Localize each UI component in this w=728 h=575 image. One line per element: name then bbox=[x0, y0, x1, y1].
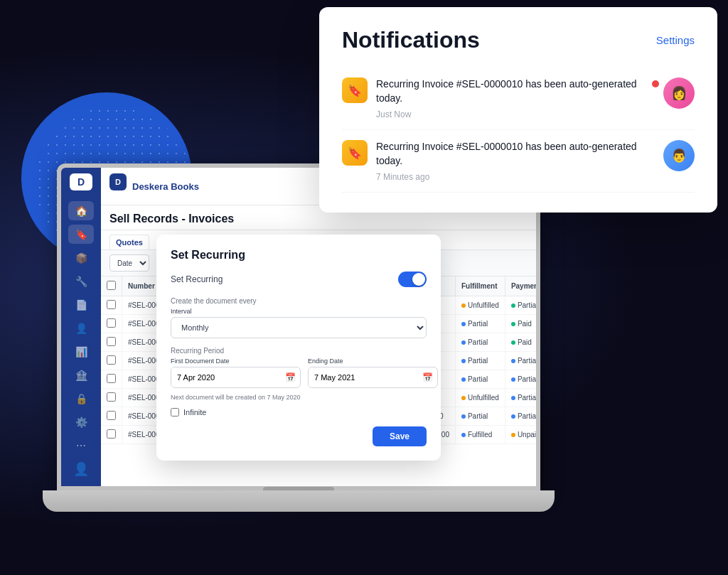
sidebar-item-docs[interactable]: 📄 bbox=[68, 295, 94, 314]
cell-payment: Partial bbox=[505, 407, 536, 426]
notification-icon-1: 🔖 bbox=[342, 77, 368, 103]
laptop-base bbox=[43, 490, 555, 512]
row-checkbox[interactable] bbox=[107, 429, 116, 439]
sidebar-item-reports[interactable]: 📊 bbox=[68, 342, 94, 361]
sidebar-item-bookmark[interactable]: 🔖 bbox=[68, 225, 94, 244]
row-checkbox[interactable] bbox=[107, 337, 116, 346]
notification-item-2: 🔖 Recurring Invoice #SEL-0000010 has bee… bbox=[342, 130, 695, 193]
sidebar-logo: D bbox=[70, 173, 92, 190]
cell-payment: Paid bbox=[505, 333, 536, 352]
notification-time-2: 7 Minutes ago bbox=[376, 172, 655, 182]
notification-item-1: 🔖 Recurring Invoice #SEL-0000010 has bee… bbox=[342, 68, 695, 130]
settings-link[interactable]: Settings bbox=[656, 34, 695, 46]
row-checkbox[interactable] bbox=[107, 411, 116, 420]
notifications-header: Notifications Settings bbox=[342, 27, 695, 53]
cell-payment: Unpaid bbox=[505, 426, 536, 444]
sidebar-item-security[interactable]: 🔒 bbox=[68, 389, 94, 408]
sidebar-item-bank[interactable]: 🏦 bbox=[68, 365, 94, 385]
next-doc-text: Next document will be created on 7 May 2… bbox=[171, 394, 427, 401]
cell-fulfillment: Partial bbox=[455, 352, 505, 370]
row-checkbox[interactable] bbox=[107, 374, 116, 383]
first-doc-label: First Document Date bbox=[171, 358, 301, 365]
col-fulfillment: Fulfillment bbox=[455, 276, 505, 296]
cell-fulfillment: Partial bbox=[455, 333, 505, 352]
infinite-label: Infinite bbox=[183, 408, 206, 417]
create-every-section: Create the document every Interval Month… bbox=[171, 297, 427, 338]
sidebar-item-settings[interactable]: ⚙️ bbox=[68, 412, 94, 431]
sidebar-item-inventory[interactable]: 📦 bbox=[68, 248, 94, 267]
ending-date-input-container: 📅 bbox=[308, 367, 438, 388]
infinite-checkbox[interactable] bbox=[171, 408, 179, 417]
cell-fulfillment: Fulfilled bbox=[455, 426, 505, 444]
cell-fulfillment: Partial bbox=[455, 315, 505, 333]
interval-select[interactable]: Monthly Weekly Daily bbox=[171, 317, 427, 338]
date-filter[interactable]: Date bbox=[109, 254, 149, 272]
modal-set-recurring-row: Set Recurring bbox=[171, 272, 427, 287]
row-checkbox[interactable] bbox=[107, 318, 116, 328]
ending-date-label: Ending Date bbox=[308, 358, 438, 365]
sidebar-item-home[interactable]: 🏠 bbox=[68, 201, 94, 220]
interval-label: Interval bbox=[171, 308, 427, 315]
cell-payment: Paid bbox=[505, 315, 536, 333]
cell-fulfillment: Partial bbox=[455, 407, 505, 426]
notification-text-2: Recurring Invoice #SEL-0000010 has been … bbox=[376, 140, 655, 168]
notifications-title: Notifications bbox=[342, 27, 480, 53]
notification-dot-1 bbox=[652, 80, 659, 87]
cell-fulfillment: Unfulfilled bbox=[455, 389, 505, 407]
period-label: Recurring Period bbox=[171, 347, 427, 355]
cell-payment: Partial bbox=[505, 296, 536, 315]
toggle-knob bbox=[412, 273, 425, 286]
recurring-toggle[interactable] bbox=[398, 272, 427, 287]
page-title: Sell Records - Invoices bbox=[109, 213, 528, 225]
set-recurring-label: Set Recurring bbox=[171, 274, 223, 284]
sidebar-item-users[interactable]: 👤 bbox=[68, 318, 94, 338]
save-button[interactable]: Save bbox=[373, 426, 427, 446]
first-doc-input[interactable] bbox=[171, 367, 281, 387]
recurring-modal: Set Recurring Set Recurring Create the d… bbox=[156, 235, 441, 461]
tab-quotes[interactable]: Quotes bbox=[109, 235, 149, 249]
select-all-checkbox[interactable] bbox=[107, 281, 116, 290]
cell-payment: Partial bbox=[505, 370, 536, 389]
recurring-period-section: Recurring Period First Document Date 📅 E… bbox=[171, 347, 427, 417]
first-doc-calendar-icon[interactable]: 📅 bbox=[281, 372, 300, 382]
ending-date-calendar-icon[interactable]: 📅 bbox=[418, 372, 437, 382]
sidebar-item-grid[interactable]: ⋯ bbox=[68, 436, 94, 455]
sidebar-avatar[interactable]: 👤 bbox=[68, 459, 94, 478]
infinite-row: Infinite bbox=[171, 408, 427, 417]
modal-title: Set Recurring bbox=[171, 249, 427, 262]
cell-payment: Partial bbox=[505, 389, 536, 407]
date-fields: First Document Date 📅 Ending Date 📅 bbox=[171, 358, 427, 388]
notifications-panel: Notifications Settings 🔖 Recurring Invoi… bbox=[319, 7, 717, 213]
row-checkbox[interactable] bbox=[107, 300, 116, 309]
brand-logo: D bbox=[109, 173, 127, 190]
brand-name: Deskera Books bbox=[132, 181, 199, 192]
row-checkbox[interactable] bbox=[107, 392, 116, 402]
ending-date-wrapper: Ending Date 📅 bbox=[308, 358, 438, 388]
notification-content-1: Recurring Invoice #SEL-0000010 has been … bbox=[376, 77, 655, 119]
notification-icon-2: 🔖 bbox=[342, 140, 368, 166]
notification-avatar-2: 👨 bbox=[663, 140, 695, 171]
notification-avatar-1: 👩 bbox=[663, 77, 695, 109]
row-checkbox[interactable] bbox=[107, 355, 116, 365]
cell-payment: Partial bbox=[505, 352, 536, 370]
notification-content-2: Recurring Invoice #SEL-0000010 has been … bbox=[376, 140, 655, 182]
notification-time-1: Just Now bbox=[376, 109, 655, 119]
ending-date-input[interactable] bbox=[309, 367, 418, 387]
create-label: Create the document every bbox=[171, 297, 427, 305]
first-doc-input-container: 📅 bbox=[171, 367, 301, 388]
cell-fulfillment: Partial bbox=[455, 370, 505, 389]
sidebar-item-tools[interactable]: 🔧 bbox=[68, 272, 94, 291]
col-checkbox bbox=[101, 276, 122, 296]
sidebar: D 🏠 🔖 📦 🔧 📄 👤 📊 🏦 🔒 ⚙️ ⋯ 👤 bbox=[61, 168, 101, 486]
cell-fulfillment: Unfulfilled bbox=[455, 296, 505, 315]
col-payment: Payment bbox=[505, 276, 536, 296]
notification-text-1: Recurring Invoice #SEL-0000010 has been … bbox=[376, 77, 655, 105]
first-doc-wrapper: First Document Date 📅 bbox=[171, 358, 301, 388]
